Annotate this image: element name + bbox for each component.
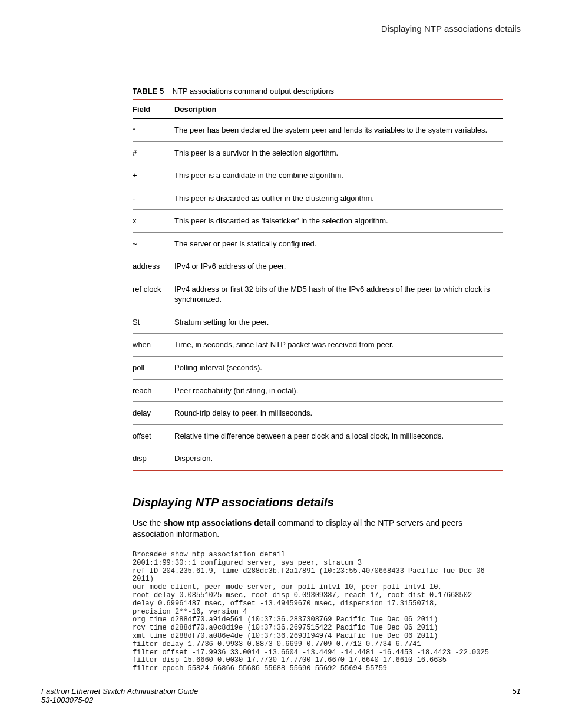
table-cell-field: reach	[133, 379, 174, 402]
table-caption-label: TABLE 5	[133, 87, 164, 95]
table-cell-field: ref clock	[133, 278, 174, 311]
table-cell-desc: Time, in seconds, since last NTP packet …	[174, 334, 503, 357]
table-row: *The peer has been declared the system p…	[133, 119, 503, 142]
table-row: pollPolling interval (seconds).	[133, 357, 503, 380]
table-row: addressIPv4 or IPv6 address of the peer.	[133, 255, 503, 278]
table-row: ~The server or peer is statically config…	[133, 232, 503, 255]
table-row: -This peer is discarded as outlier in th…	[133, 187, 503, 210]
table-row: StStratum setting for the peer.	[133, 311, 503, 334]
table-row: whenTime, in seconds, since last NTP pac…	[133, 334, 503, 357]
table-cell-field: +	[133, 164, 174, 187]
table-cell-field: offset	[133, 424, 174, 447]
table-cell-desc: Peer reachability (bit string, in octal)…	[174, 379, 503, 402]
footer-docnum: 53-1003075-02	[41, 696, 198, 704]
table-row: ref clockIPv4 address or first 32 bits o…	[133, 278, 503, 311]
table-cell-field: disp	[133, 447, 174, 470]
table-cell-desc: Stratum setting for the peer.	[174, 311, 503, 334]
table-caption-text: NTP associations command output descript…	[173, 87, 334, 95]
table-cell-field: address	[133, 255, 174, 278]
table-cell-desc: The server or peer is statically configu…	[174, 232, 503, 255]
table-cell-field: when	[133, 334, 174, 357]
table-cell-desc: The peer has been declared the system pe…	[174, 119, 503, 142]
table-row: dispDispersion.	[133, 447, 503, 470]
intro-command: show ntp associations detail	[163, 518, 276, 528]
code-output: Brocade# show ntp association detail 200…	[133, 551, 503, 673]
footer-guide: FastIron Ethernet Switch Administration …	[41, 687, 198, 696]
page-header-title: Displaying NTP associations details	[41, 24, 521, 34]
intro-pre: Use the	[133, 518, 163, 528]
table-cell-desc: Polling interval (seconds).	[174, 357, 503, 380]
table-cell-desc: This peer is a survivor in the selection…	[174, 141, 503, 164]
table-cell-desc: Dispersion.	[174, 447, 503, 470]
table-cell-field: #	[133, 141, 174, 164]
table-row: #This peer is a survivor in the selectio…	[133, 141, 503, 164]
table-cell-desc: This peer is discarded as 'falseticker' …	[174, 210, 503, 233]
table-cell-desc: IPv4 or IPv6 address of the peer.	[174, 255, 503, 278]
table-row: xThis peer is discarded as 'falseticker'…	[133, 210, 503, 233]
table-cell-desc: Round-trip delay to peer, in millisecond…	[174, 402, 503, 425]
table-caption: TABLE 5 NTP associations command output …	[133, 87, 503, 95]
table-head-field: Field	[133, 100, 174, 119]
table-head-desc: Description	[174, 100, 503, 119]
table-cell-desc: This peer is a candidate in the combine …	[174, 164, 503, 187]
table-row: reachPeer reachability (bit string, in o…	[133, 379, 503, 402]
table-cell-field: ~	[133, 232, 174, 255]
section-heading: Displaying NTP associations details	[133, 496, 503, 509]
table-row: +This peer is a candidate in the combine…	[133, 164, 503, 187]
table-cell-desc: This peer is discarded as outlier in the…	[174, 187, 503, 210]
table-row: offsetRelative time difference between a…	[133, 424, 503, 447]
table-cell-desc: IPv4 address or first 32 bits of the MD5…	[174, 278, 503, 311]
table-cell-field: St	[133, 311, 174, 334]
footer-left: FastIron Ethernet Switch Administration …	[41, 687, 198, 704]
table-cell-field: -	[133, 187, 174, 210]
table-cell-field: poll	[133, 357, 174, 380]
section-intro: Use the show ntp associations detail com…	[133, 518, 503, 541]
ntp-table: Field Description *The peer has been dec…	[133, 99, 503, 471]
table-cell-field: *	[133, 119, 174, 142]
footer-page: 51	[513, 687, 521, 704]
table-cell-field: delay	[133, 402, 174, 425]
table-row: delayRound-trip delay to peer, in millis…	[133, 402, 503, 425]
table-cell-desc: Relative time difference between a peer …	[174, 424, 503, 447]
table-cell-field: x	[133, 210, 174, 233]
